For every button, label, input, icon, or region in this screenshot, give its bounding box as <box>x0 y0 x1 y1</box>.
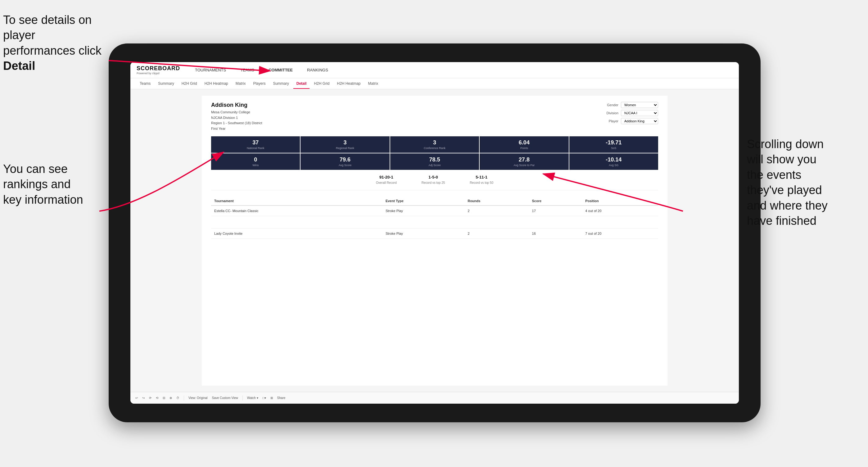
logo-title: SCOREBOARD <box>136 65 180 72</box>
subnav-summary[interactable]: Summary <box>155 79 177 89</box>
subnav-players[interactable]: Players <box>250 79 269 89</box>
record-row: 91-20-1 Overall Record 1-5-0 Record vs t… <box>211 175 658 190</box>
plus-button[interactable]: ⊕ <box>169 396 172 400</box>
toolbar-divider <box>184 396 184 401</box>
record-top50-label: Record vs top 50 <box>470 181 493 184</box>
content-inner: Addison King Mesa Community College NJCA… <box>202 96 668 386</box>
view-original-button[interactable]: View: Original <box>188 396 208 400</box>
share-button[interactable]: Share <box>277 396 286 400</box>
gender-select[interactable]: Women <box>621 102 658 108</box>
record-top25: 1-5-0 Record vs top 25 <box>422 175 445 185</box>
gender-filter-row: Gender Women <box>600 102 658 108</box>
subnav-matrix[interactable]: Matrix <box>232 79 249 89</box>
stat-regional-rank: 3 Regional Rank <box>301 136 389 153</box>
points-label: Points <box>482 147 566 150</box>
tablet-screen: SCOREBOARD Powered by clippd TOURNAMENTS… <box>130 62 739 404</box>
annotation-detail-bold: Detail <box>3 59 35 72</box>
col-tournament: Tournament <box>211 196 382 206</box>
table-row: Estella CC- Mountain Classic Stroke Play… <box>211 206 658 216</box>
undo-button[interactable]: ↩ <box>135 396 138 400</box>
sos-value: -19.71 <box>571 139 656 146</box>
stat-points: 6.04 Points <box>479 136 568 153</box>
player-filter-row: Player Addison King <box>600 118 658 124</box>
back-button[interactable]: ⟲ <box>156 396 158 400</box>
stat-national-rank: 37 National Rank <box>211 136 300 153</box>
division-filter-row: Division NJCAA I <box>600 110 658 116</box>
gender-label: Gender <box>600 103 618 107</box>
position-3: 7 out of 20 <box>582 228 658 239</box>
col-score: Score <box>529 196 582 206</box>
save-custom-view-button[interactable]: Save Custom View <box>212 396 238 400</box>
subnav-teams[interactable]: Teams <box>136 79 154 89</box>
subnav-h2hheatmap2[interactable]: H2H Heatmap <box>334 79 364 89</box>
subnav-summary2[interactable]: Summary <box>270 79 292 89</box>
stats-grid-row1: 37 National Rank 3 Regional Rank 3 Confe… <box>211 136 658 153</box>
stat-avg-score: 79.6 Avg Score <box>301 153 389 170</box>
tournament-name-1: Estella CC- Mountain Classic <box>211 206 382 216</box>
annotation-bottomright: Scrolling downwill show youthe eventsthe… <box>747 136 865 228</box>
avg-score-par-label: Avg Score to Par <box>482 164 566 167</box>
nav-rankings[interactable]: RANKINGS <box>305 66 331 73</box>
record-top25-label: Record vs top 25 <box>422 181 445 184</box>
player-year: First Year <box>211 126 262 132</box>
stat-avg-sg: -10.14 Avg SG <box>569 153 658 170</box>
subnav-matrix2[interactable]: Matrix <box>365 79 381 89</box>
minus-button[interactable]: ⊟ <box>163 396 165 400</box>
player-info: Addison King Mesa Community College NJCA… <box>211 102 262 131</box>
subnav-h2hgrid[interactable]: H2H Grid <box>179 79 200 89</box>
stat-conference-rank: 3 Conference Rank <box>390 136 479 153</box>
player-select[interactable]: Addison King <box>621 118 658 124</box>
grid-button[interactable]: ⊞ <box>270 396 273 400</box>
app-logo: SCOREBOARD Powered by clippd <box>136 65 180 75</box>
adj-score-value: 78.5 <box>392 156 477 163</box>
player-header: Addison King Mesa Community College NJCA… <box>211 102 658 131</box>
watch-button[interactable]: Watch ▾ <box>247 396 258 400</box>
score-1: 17 <box>529 206 582 216</box>
record-top50: 5-11-1 Record vs top 50 <box>470 175 493 185</box>
annotation-bottomright-text: Scrolling downwill show youthe eventsthe… <box>747 137 828 227</box>
tournament-name-3: Lady Coyote Invite <box>211 228 382 239</box>
screen-button[interactable]: □▾ <box>262 396 266 400</box>
record-overall: 91-20-1 Overall Record <box>376 175 397 185</box>
top-nav: SCOREBOARD Powered by clippd TOURNAMENTS… <box>130 62 739 78</box>
stat-wins: 0 Wins <box>211 153 300 170</box>
national-rank-label: National Rank <box>213 147 298 150</box>
subnav-h2hheatmap[interactable]: H2H Heatmap <box>202 79 231 89</box>
nav-teams[interactable]: TEAMS <box>238 66 257 73</box>
col-position: Position <box>582 196 658 206</box>
division-select[interactable]: NJCAA I <box>621 110 658 116</box>
event-type-3: Stroke Play <box>382 228 465 239</box>
player-region: Region 1 - Southwest (18) District <box>211 121 262 126</box>
national-rank-value: 37 <box>213 139 298 146</box>
bottom-toolbar: ↩ ↪ ⟳ ⟲ ⊟ ⊕ ⏱ View: Original Save Custom… <box>130 392 739 404</box>
nav-committee[interactable]: COMMITTEE <box>266 66 295 73</box>
subnav-detail[interactable]: Detail <box>293 79 310 89</box>
avg-sg-value: -10.14 <box>571 156 656 163</box>
stat-adj-score: 78.5 Adj Score <box>390 153 479 170</box>
player-division: NJCAA Division 1 <box>211 115 262 121</box>
stats-grid-row2: 0 Wins 79.6 Avg Score 78.5 Adj Score 27.… <box>211 153 658 170</box>
adj-score-label: Adj Score <box>392 164 477 167</box>
stat-sos: -19.71 SoS <box>569 136 658 153</box>
refresh-button[interactable]: ⟳ <box>149 396 152 400</box>
nav-tournaments[interactable]: TOURNAMENTS <box>192 66 228 73</box>
main-content: Addison King Mesa Community College NJCA… <box>130 89 739 392</box>
annotation-topleft: To see details on player performances cl… <box>3 12 108 74</box>
col-event-type: Event Type <box>382 196 465 206</box>
subnav-h2hgrid2[interactable]: H2H Grid <box>311 79 333 89</box>
events-table: Tournament Event Type Rounds Score Posit… <box>211 196 658 239</box>
sos-label: SoS <box>571 147 656 150</box>
score-3: 16 <box>529 228 582 239</box>
wins-label: Wins <box>213 164 298 167</box>
record-top25-value: 1-5-0 <box>422 175 445 180</box>
regional-rank-value: 3 <box>302 139 388 146</box>
record-overall-label: Overall Record <box>376 181 397 184</box>
conference-rank-value: 3 <box>392 139 477 146</box>
avg-score-value: 79.6 <box>302 156 388 163</box>
regional-rank-label: Regional Rank <box>302 147 388 150</box>
col-rounds: Rounds <box>464 196 529 206</box>
redo-button[interactable]: ↪ <box>142 396 145 400</box>
avg-score-par-value: 27.8 <box>482 156 566 163</box>
player-college: Mesa Community College <box>211 110 262 115</box>
clock-button[interactable]: ⏱ <box>176 396 180 400</box>
